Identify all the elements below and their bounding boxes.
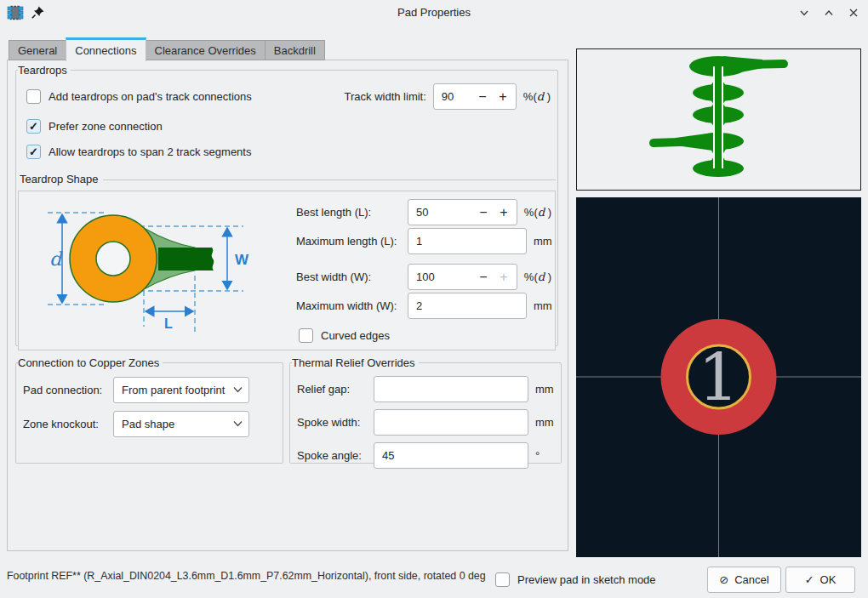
- prefer-zone-checkbox[interactable]: ✓: [26, 119, 41, 134]
- add-teardrops-checkbox[interactable]: [26, 89, 41, 104]
- pad-preview-drawing: 1: [576, 197, 861, 557]
- ok-check-icon: ✓: [805, 573, 814, 586]
- ok-button[interactable]: ✓ OK: [785, 567, 855, 593]
- mm-unit: mm: [534, 299, 552, 312]
- chevron-down-icon: [233, 386, 243, 393]
- spin-increment-button[interactable]: +: [494, 200, 513, 225]
- window-title: Pad Properties: [0, 6, 868, 19]
- best-length-spinbox[interactable]: 50 − +: [408, 199, 517, 225]
- maximize-icon[interactable]: [823, 7, 835, 19]
- teardrops-legend: Teardrops: [18, 64, 71, 77]
- sketch-mode-checkbox[interactable]: [495, 572, 510, 587]
- best-length-label: Best length (L):: [296, 206, 408, 219]
- spoke-angle-input[interactable]: [374, 442, 528, 469]
- percent-d-unit: %(d ): [523, 90, 551, 103]
- svg-text:L: L: [164, 316, 173, 331]
- best-width-label: Best width (W):: [296, 271, 408, 283]
- relief-gap-input[interactable]: [374, 376, 528, 402]
- teardrop-shape-legend: Teardrop Shape: [20, 173, 99, 185]
- percent-d-unit: %(d ): [524, 271, 551, 283]
- curved-edges-label: Curved edges: [321, 329, 390, 342]
- mm-unit: mm: [534, 235, 552, 248]
- teardrop-diagram: d W L: [34, 206, 289, 338]
- close-icon[interactable]: [848, 7, 859, 19]
- curved-edges-checkbox[interactable]: [299, 328, 313, 343]
- tab-connections[interactable]: Connections: [66, 37, 146, 61]
- svg-text:d: d: [49, 248, 63, 270]
- pad-connection-select[interactable]: From parent footprint: [113, 377, 249, 403]
- spoke-width-label: Spoke width:: [297, 416, 374, 429]
- cancel-button[interactable]: ⊘ Cancel: [707, 567, 781, 593]
- max-length-label: Maximum length (L):: [296, 235, 408, 248]
- thermal-relief-legend: Thermal Relief Overrides: [292, 356, 419, 369]
- svg-text:W: W: [235, 252, 249, 268]
- spin-increment-button[interactable]: +: [494, 84, 512, 109]
- copper-zones-legend: Connection to Copper Zones: [18, 356, 163, 369]
- title-bar: Pad Properties: [0, 0, 868, 26]
- pad-number: 1: [698, 339, 739, 415]
- pad-preview: 1: [576, 197, 861, 557]
- zone-knockout-select[interactable]: Pad shape: [113, 411, 249, 437]
- copper-zones-group: Connection to Copper Zones Pad connectio…: [15, 356, 283, 464]
- thermal-relief-group: Thermal Relief Overrides Relief gap: mm …: [289, 356, 562, 464]
- percent-d-unit: %(d ): [524, 206, 551, 219]
- spin-decrement-button[interactable]: −: [474, 200, 493, 225]
- zone-knockout-label: Zone knockout:: [23, 418, 113, 430]
- footprint-status-text: Footprint REF** (R_Axial_DIN0204_L3.6mm_…: [7, 570, 486, 582]
- chevron-down-icon: [233, 420, 243, 427]
- teardrop-shape-panel: d W L Best length (L): 50 − + %(d ) Maxi…: [18, 191, 556, 350]
- tab-bar: General Connections Clearance Overrides …: [9, 37, 325, 60]
- pad-connection-label: Pad connection:: [23, 384, 113, 396]
- tab-general[interactable]: General: [9, 40, 66, 60]
- track-width-limit-spinbox[interactable]: 90 − +: [433, 83, 517, 110]
- max-length-input[interactable]: [408, 228, 527, 254]
- teardrop-shape-divider: [103, 179, 556, 180]
- sketch-mode-label: Preview pad in sketch mode: [517, 573, 656, 586]
- connections-tab-panel: Teardrops Add teardrops on pad's track c…: [7, 60, 568, 551]
- footprint-preview: [576, 48, 861, 191]
- spoke-angle-label: Spoke angle:: [297, 449, 374, 462]
- max-width-input[interactable]: [408, 293, 527, 319]
- allow-span-checkbox[interactable]: ✓: [26, 145, 41, 159]
- minimize-icon[interactable]: [798, 7, 810, 19]
- tab-clearance-overrides[interactable]: Clearance Overrides: [146, 40, 266, 60]
- prefer-zone-label: Prefer zone connection: [49, 120, 163, 133]
- cancel-icon: ⊘: [719, 573, 728, 586]
- spin-decrement-button[interactable]: −: [473, 84, 492, 109]
- degree-unit: °: [535, 449, 540, 462]
- spin-decrement-button[interactable]: −: [474, 265, 493, 289]
- mm-unit: mm: [535, 383, 554, 396]
- add-teardrops-label: Add teardrops on pad's track connections: [49, 90, 252, 103]
- best-width-spinbox[interactable]: 100 − +: [408, 264, 517, 290]
- teardrops-group: Teardrops Add teardrops on pad's track c…: [15, 64, 558, 346]
- allow-span-label: Allow teardrops to span 2 track segments: [49, 145, 251, 158]
- max-width-label: Maximum width (W):: [296, 299, 408, 312]
- tab-backdrill[interactable]: Backdrill: [265, 40, 325, 60]
- spin-increment-button-disabled: +: [494, 265, 513, 289]
- spoke-width-input[interactable]: [374, 409, 528, 436]
- relief-gap-label: Relief gap:: [297, 383, 374, 396]
- footprint-preview-drawing: [577, 49, 860, 190]
- track-width-limit-label: Track width limit:: [345, 90, 426, 103]
- mm-unit: mm: [535, 416, 554, 429]
